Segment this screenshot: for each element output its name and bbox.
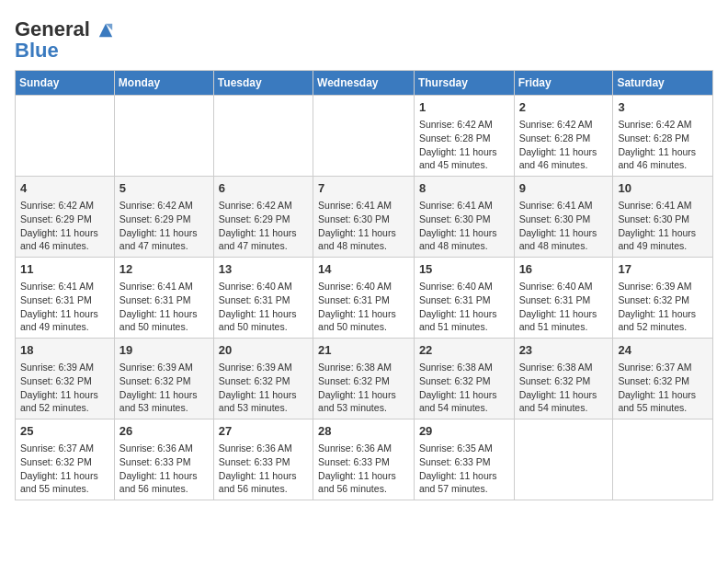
calendar-cell: 19Sunrise: 6:39 AM Sunset: 6:32 PM Dayli… [114,339,213,419]
week-row-3: 18Sunrise: 6:39 AM Sunset: 6:32 PM Dayli… [16,339,713,419]
day-info: Sunrise: 6:42 AM Sunset: 6:29 PM Dayligh… [119,199,209,253]
column-header-thursday: Thursday [414,71,514,96]
day-number: 20 [219,342,308,359]
day-info: Sunrise: 6:37 AM Sunset: 6:32 PM Dayligh… [20,442,109,496]
day-number: 13 [219,261,308,278]
logo: General Blue [15,18,114,63]
day-number: 15 [419,261,509,278]
column-header-sunday: Sunday [16,71,115,96]
calendar-table: SundayMondayTuesdayWednesdayThursdayFrid… [15,70,713,500]
column-header-friday: Friday [514,71,613,96]
calendar-cell: 7Sunrise: 6:41 AM Sunset: 6:30 PM Daylig… [313,177,415,258]
day-number: 2 [519,99,609,116]
calendar-cell: 10Sunrise: 6:41 AM Sunset: 6:30 PM Dayli… [613,177,713,258]
day-info: Sunrise: 6:39 AM Sunset: 6:32 PM Dayligh… [119,361,209,415]
day-number: 17 [618,261,708,278]
day-info: Sunrise: 6:41 AM Sunset: 6:30 PM Dayligh… [618,199,708,253]
day-info: Sunrise: 6:40 AM Sunset: 6:31 PM Dayligh… [519,280,609,334]
calendar-cell: 4Sunrise: 6:42 AM Sunset: 6:29 PM Daylig… [16,177,115,258]
calendar-cell: 21Sunrise: 6:38 AM Sunset: 6:32 PM Dayli… [313,339,415,419]
day-info: Sunrise: 6:38 AM Sunset: 6:32 PM Dayligh… [519,361,609,415]
week-row-1: 4Sunrise: 6:42 AM Sunset: 6:29 PM Daylig… [16,177,713,258]
day-number: 25 [20,423,109,440]
calendar-cell: 3Sunrise: 6:42 AM Sunset: 6:28 PM Daylig… [613,96,713,177]
calendar-cell: 2Sunrise: 6:42 AM Sunset: 6:28 PM Daylig… [514,96,613,177]
day-number: 19 [119,342,209,359]
day-info: Sunrise: 6:36 AM Sunset: 6:33 PM Dayligh… [219,442,308,496]
day-number: 7 [318,180,409,197]
logo-blue: Blue [15,39,114,63]
day-info: Sunrise: 6:37 AM Sunset: 6:32 PM Dayligh… [618,361,708,415]
calendar-cell: 6Sunrise: 6:42 AM Sunset: 6:29 PM Daylig… [213,177,313,258]
calendar-cell: 26Sunrise: 6:36 AM Sunset: 6:33 PM Dayli… [114,419,213,500]
day-info: Sunrise: 6:39 AM Sunset: 6:32 PM Dayligh… [20,361,109,415]
calendar-body: 1Sunrise: 6:42 AM Sunset: 6:28 PM Daylig… [16,96,713,500]
calendar-cell [514,419,613,500]
calendar-cell: 1Sunrise: 6:42 AM Sunset: 6:28 PM Daylig… [414,96,514,177]
calendar-cell: 11Sunrise: 6:41 AM Sunset: 6:31 PM Dayli… [16,258,115,339]
calendar-cell: 22Sunrise: 6:38 AM Sunset: 6:32 PM Dayli… [414,339,514,419]
day-info: Sunrise: 6:35 AM Sunset: 6:33 PM Dayligh… [419,442,509,496]
column-header-wednesday: Wednesday [313,71,415,96]
day-info: Sunrise: 6:41 AM Sunset: 6:31 PM Dayligh… [20,280,109,334]
calendar-cell: 18Sunrise: 6:39 AM Sunset: 6:32 PM Dayli… [16,339,115,419]
calendar-cell: 12Sunrise: 6:41 AM Sunset: 6:31 PM Dayli… [114,258,213,339]
day-info: Sunrise: 6:40 AM Sunset: 6:31 PM Dayligh… [419,280,509,334]
day-number: 14 [318,261,409,278]
header: General Blue [15,15,713,63]
column-header-saturday: Saturday [613,71,713,96]
day-number: 5 [119,180,209,197]
calendar-cell: 13Sunrise: 6:40 AM Sunset: 6:31 PM Dayli… [213,258,313,339]
day-info: Sunrise: 6:40 AM Sunset: 6:31 PM Dayligh… [219,280,308,334]
day-info: Sunrise: 6:41 AM Sunset: 6:30 PM Dayligh… [419,199,509,253]
day-number: 28 [318,423,409,440]
calendar-cell [313,96,415,177]
day-number: 3 [618,99,708,116]
day-number: 16 [519,261,609,278]
calendar-cell: 8Sunrise: 6:41 AM Sunset: 6:30 PM Daylig… [414,177,514,258]
calendar-cell: 5Sunrise: 6:42 AM Sunset: 6:29 PM Daylig… [114,177,213,258]
calendar-cell [213,96,313,177]
day-number: 1 [419,99,509,116]
day-number: 27 [219,423,308,440]
day-info: Sunrise: 6:42 AM Sunset: 6:28 PM Dayligh… [618,118,708,172]
calendar-cell: 27Sunrise: 6:36 AM Sunset: 6:33 PM Dayli… [213,419,313,500]
calendar-cell: 23Sunrise: 6:38 AM Sunset: 6:32 PM Dayli… [514,339,613,419]
day-info: Sunrise: 6:42 AM Sunset: 6:28 PM Dayligh… [419,118,509,172]
day-number: 6 [219,180,308,197]
calendar-cell [114,96,213,177]
day-info: Sunrise: 6:40 AM Sunset: 6:31 PM Dayligh… [318,280,409,334]
calendar-cell: 17Sunrise: 6:39 AM Sunset: 6:32 PM Dayli… [613,258,713,339]
day-number: 12 [119,261,209,278]
calendar-cell: 28Sunrise: 6:36 AM Sunset: 6:33 PM Dayli… [313,419,415,500]
day-number: 26 [119,423,209,440]
calendar-cell: 24Sunrise: 6:37 AM Sunset: 6:32 PM Dayli… [613,339,713,419]
calendar-cell: 20Sunrise: 6:39 AM Sunset: 6:32 PM Dayli… [213,339,313,419]
day-number: 8 [419,180,509,197]
logo-text: General [15,18,114,40]
day-number: 21 [318,342,409,359]
day-info: Sunrise: 6:42 AM Sunset: 6:29 PM Dayligh… [219,199,308,253]
day-number: 18 [20,342,109,359]
day-info: Sunrise: 6:41 AM Sunset: 6:31 PM Dayligh… [119,280,209,334]
day-info: Sunrise: 6:36 AM Sunset: 6:33 PM Dayligh… [318,442,409,496]
calendar-cell: 15Sunrise: 6:40 AM Sunset: 6:31 PM Dayli… [414,258,514,339]
week-row-4: 25Sunrise: 6:37 AM Sunset: 6:32 PM Dayli… [16,419,713,500]
day-info: Sunrise: 6:39 AM Sunset: 6:32 PM Dayligh… [618,280,708,334]
column-header-monday: Monday [114,71,213,96]
day-number: 24 [618,342,708,359]
calendar-cell [613,419,713,500]
calendar-cell: 29Sunrise: 6:35 AM Sunset: 6:33 PM Dayli… [414,419,514,500]
calendar-cell: 14Sunrise: 6:40 AM Sunset: 6:31 PM Dayli… [313,258,415,339]
day-number: 22 [419,342,509,359]
calendar-cell: 16Sunrise: 6:40 AM Sunset: 6:31 PM Dayli… [514,258,613,339]
calendar-cell [16,96,115,177]
column-header-tuesday: Tuesday [213,71,313,96]
day-number: 11 [20,261,109,278]
day-info: Sunrise: 6:36 AM Sunset: 6:33 PM Dayligh… [119,442,209,496]
day-number: 23 [519,342,609,359]
day-info: Sunrise: 6:39 AM Sunset: 6:32 PM Dayligh… [219,361,308,415]
day-number: 4 [20,180,109,197]
calendar-header-row: SundayMondayTuesdayWednesdayThursdayFrid… [16,71,713,96]
week-row-2: 11Sunrise: 6:41 AM Sunset: 6:31 PM Dayli… [16,258,713,339]
